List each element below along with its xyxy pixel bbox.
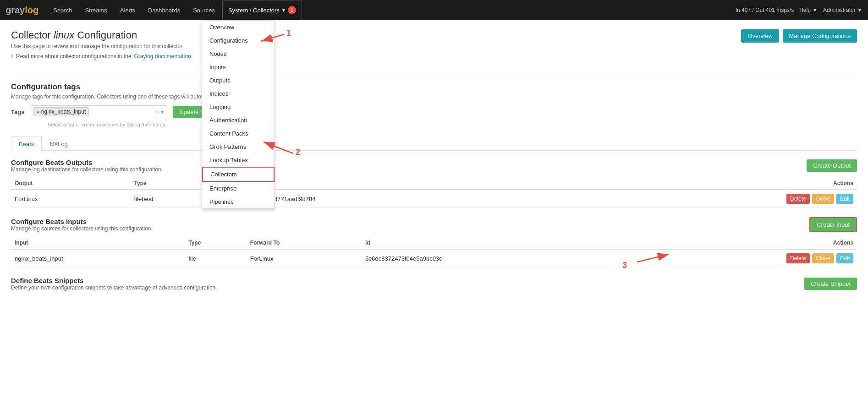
nav-menu: Search Streams Alerts Dashboards Sources… bbox=[48, 0, 736, 20]
main-content: Collector linux Configuration Use this p… bbox=[0, 20, 868, 415]
top-buttons: Overview Manage Configurations bbox=[741, 29, 857, 43]
beats-inputs-table: Input Type Forward To Id Actions nginx_b… bbox=[11, 237, 857, 268]
output-actions-cell: Delete Clone Edit bbox=[566, 190, 857, 208]
actions-col-header-input: Actions bbox=[625, 237, 857, 249]
dropdown-arrow-icon[interactable]: ▾ bbox=[161, 109, 164, 115]
input-name-cell: nginx_beats_input bbox=[11, 249, 185, 268]
beats-snippets-title: Define Beats Snippets bbox=[11, 277, 217, 284]
clear-icon[interactable]: × bbox=[156, 109, 159, 115]
nav-alerts[interactable]: Alerts bbox=[115, 0, 141, 20]
dropdown-indices[interactable]: Indices bbox=[202, 87, 275, 100]
navbar: graylog Search Streams Alerts Dashboards… bbox=[0, 0, 868, 20]
beats-inputs-header-text: Configure Beats Inputs Manage log source… bbox=[11, 218, 153, 232]
input-col-header: Input bbox=[11, 237, 185, 249]
edit-output-button[interactable]: Edit bbox=[836, 194, 853, 204]
brand-log: log bbox=[25, 5, 38, 15]
dropdown-nodes[interactable]: Nodes bbox=[202, 47, 275, 60]
manage-configurations-button[interactable]: Manage Configurations bbox=[783, 29, 857, 43]
tab-nxlog[interactable]: NXLog bbox=[42, 137, 76, 151]
dropdown-configurations[interactable]: Configurations bbox=[202, 34, 275, 47]
page-subtitle: Use this page to review and manage the c… bbox=[11, 43, 192, 49]
input-type-cell: file bbox=[185, 249, 247, 268]
navbar-right: In 407 / Out 401 msgs/s Help ▼ Administr… bbox=[736, 7, 863, 13]
info-icon: ℹ bbox=[11, 53, 13, 60]
clone-input-button[interactable]: Clone bbox=[812, 253, 834, 263]
create-snippet-button[interactable]: Create Snippet bbox=[804, 278, 857, 290]
forward-col-header: Forward To bbox=[247, 237, 362, 249]
tag-remove-icon[interactable]: × bbox=[36, 109, 39, 115]
dropdown-lookup-tables[interactable]: Lookup Tables bbox=[202, 153, 275, 167]
caret-icon: ▼ bbox=[281, 8, 286, 13]
beats-outputs-title: Configure Beats Outputs bbox=[11, 158, 163, 166]
config-tags-title: Configuration tags bbox=[11, 82, 857, 92]
edit-input-button[interactable]: Edit bbox=[836, 253, 853, 263]
tags-row: Tags × nginx_beats_input × ▾ Update tags bbox=[11, 105, 857, 118]
id-col-header-input: Id bbox=[362, 237, 626, 249]
beats-snippets-section: Define Beats Snippets Define your own co… bbox=[11, 277, 857, 291]
config-tags-section: Configuration tags Manage tags for this … bbox=[11, 75, 857, 127]
page-header: Collector linux Configuration Use this p… bbox=[11, 29, 192, 60]
nav-streams[interactable]: Streams bbox=[79, 0, 112, 20]
input-forward-cell: ForLinux bbox=[247, 249, 362, 268]
type-col-header-input: Type bbox=[185, 237, 247, 249]
table-row: ForLinux filebeat 5e6dc682b08d771aadf9d7… bbox=[11, 190, 857, 208]
beats-outputs-section: Configure Beats Outputs Manage log desti… bbox=[11, 158, 857, 208]
tags-label: Tags bbox=[11, 109, 24, 115]
tag-badge: × nginx_beats_input bbox=[33, 107, 89, 116]
nav-badge: 1 bbox=[288, 6, 296, 14]
beats-inputs-desc: Manage log sources for collectors using … bbox=[11, 225, 153, 232]
input-id-cell: 5e6dc8372473f04e5a9bc03e bbox=[362, 249, 626, 268]
help-button[interactable]: Help ▼ bbox=[799, 7, 818, 13]
dropdown-content-packs[interactable]: Content Packs bbox=[202, 127, 275, 140]
beats-outputs-header-text: Configure Beats Outputs Manage log desti… bbox=[11, 158, 163, 173]
delete-input-button[interactable]: Delete bbox=[786, 253, 810, 263]
beats-outputs-header-row: Configure Beats Outputs Manage log desti… bbox=[11, 158, 857, 173]
delete-output-button[interactable]: Delete bbox=[786, 194, 810, 204]
config-tags-desc: Manage tags for this configuration. Coll… bbox=[11, 93, 857, 100]
admin-button[interactable]: Administrator ▼ bbox=[823, 7, 863, 13]
nav-sources[interactable]: Sources bbox=[187, 0, 220, 20]
dropdown-pipelines[interactable]: Pipelines bbox=[202, 195, 275, 208]
beats-inputs-header-row: Configure Beats Inputs Manage log source… bbox=[11, 217, 857, 232]
system-dropdown-menu: Overview Configurations Nodes Inputs Out… bbox=[202, 20, 275, 209]
brand-gray: gray bbox=[5, 5, 25, 15]
table-row: nginx_beats_input file ForLinux 5e6dc837… bbox=[11, 249, 857, 268]
beats-inputs-section: Configure Beats Inputs Manage log source… bbox=[11, 217, 857, 268]
dropdown-enterprise[interactable]: Enterprise bbox=[202, 182, 275, 195]
clone-output-button[interactable]: Clone bbox=[812, 194, 834, 204]
tab-beats[interactable]: Beats bbox=[11, 137, 42, 151]
beats-snippets-desc: Define your own configuration snippets t… bbox=[11, 284, 217, 291]
output-id-cell: 5e6dc682b08d771aadf9d784 bbox=[234, 190, 566, 208]
dropdown-inputs[interactable]: Inputs bbox=[202, 60, 275, 74]
brand-logo[interactable]: graylog bbox=[5, 5, 38, 16]
beats-snippets-header-text: Define Beats Snippets Define your own co… bbox=[11, 277, 217, 291]
dropdown-authentication[interactable]: Authentication bbox=[202, 114, 275, 127]
dropdown-collectors[interactable]: Collectors bbox=[202, 167, 275, 182]
beats-snippets-header-row: Define Beats Snippets Define your own co… bbox=[11, 277, 857, 291]
actions-col-header: Actions bbox=[566, 177, 857, 190]
beats-outputs-desc: Manage log destinations for collectors u… bbox=[11, 166, 163, 173]
dropdown-grok-patterns[interactable]: Grok Patterns bbox=[202, 140, 275, 153]
input-actions-cell: Delete Clone Edit bbox=[625, 249, 857, 268]
create-output-button[interactable]: Create Output bbox=[807, 159, 857, 172]
nav-system-collectors[interactable]: System / Collectors ▼ 1 bbox=[222, 0, 302, 20]
beats-inputs-title: Configure Beats Inputs bbox=[11, 218, 153, 225]
nav-search[interactable]: Search bbox=[48, 0, 77, 20]
nav-dashboards[interactable]: Dashboards bbox=[143, 0, 186, 20]
tags-input-field[interactable]: × nginx_beats_input × ▾ bbox=[30, 105, 167, 118]
tags-dropdown-arrow[interactable]: × ▾ bbox=[156, 109, 165, 115]
msg-stats: In 407 / Out 401 msgs/s bbox=[736, 7, 794, 13]
doc-link[interactable]: Graylog documentation. bbox=[134, 53, 192, 60]
top-row: Collector linux Configuration Use this p… bbox=[11, 29, 857, 60]
dropdown-outputs[interactable]: Outputs bbox=[202, 74, 275, 87]
beats-outputs-table: Output Type Id Actions ForLinux filebeat… bbox=[11, 177, 857, 208]
output-name-cell: ForLinux bbox=[11, 190, 131, 208]
id-col-header: Id bbox=[234, 177, 566, 190]
dropdown-logging[interactable]: Logging bbox=[202, 100, 275, 114]
create-input-button[interactable]: Create Input bbox=[809, 217, 857, 232]
tags-hint: Select a tag or create new ones by typin… bbox=[48, 122, 857, 127]
tabs-row: Beats NXLog bbox=[11, 137, 857, 151]
dropdown-overview[interactable]: Overview bbox=[202, 21, 275, 34]
page-title: Collector linux Configuration bbox=[11, 29, 192, 41]
overview-button[interactable]: Overview bbox=[741, 29, 779, 43]
